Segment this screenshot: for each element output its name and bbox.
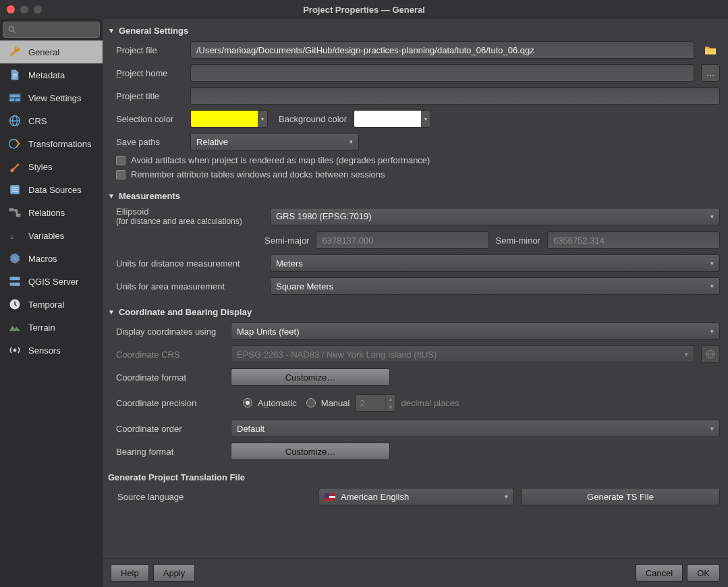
section-title: Measurements bbox=[119, 191, 180, 201]
clock-icon bbox=[7, 298, 23, 311]
distance-units-label: Units for distance measurement bbox=[116, 258, 263, 269]
dropdown-arrow-icon: ▾ bbox=[710, 425, 714, 432]
collapse-icon: ▼ bbox=[108, 27, 115, 34]
sidebar-item-label: Styles bbox=[28, 162, 52, 172]
selection-color-picker[interactable]: ▾ bbox=[190, 110, 268, 128]
help-button[interactable]: Help bbox=[111, 564, 149, 582]
dropdown-arrow-icon: ▾ bbox=[710, 260, 714, 267]
avoid-artifacts-checkbox[interactable] bbox=[116, 156, 125, 165]
sidebar-item-terrain[interactable]: Terrain bbox=[0, 316, 103, 339]
sidebar-nav: GeneralMetadataView SettingsCRSTransform… bbox=[0, 40, 103, 587]
close-window-icon[interactable] bbox=[7, 5, 15, 13]
svg-point-20 bbox=[13, 349, 16, 351]
titlebar: Project Properties — General bbox=[0, 0, 728, 19]
project-home-label: Project home bbox=[116, 68, 184, 78]
sidebar-item-view-settings[interactable]: View Settings bbox=[0, 86, 103, 109]
svg-text:ε: ε bbox=[11, 233, 14, 240]
dropdown-arrow-icon: ▾ bbox=[710, 283, 714, 289]
background-color-label: Background color bbox=[279, 114, 347, 124]
project-file-label: Project file bbox=[116, 45, 184, 55]
background-color-picker[interactable]: ▾ bbox=[354, 110, 431, 128]
maximize-window-icon[interactable] bbox=[34, 5, 42, 13]
sidebar-item-general[interactable]: General bbox=[0, 40, 103, 63]
precision-decimals-spinbox: ▲▼ bbox=[355, 394, 395, 412]
ellipsoid-sublabel: (for distance and area calculations) bbox=[116, 217, 263, 226]
sidebar-item-sensors[interactable]: Sensors bbox=[0, 339, 103, 362]
sidebar-item-label: Relations bbox=[28, 208, 65, 218]
browse-project-file-button[interactable] bbox=[701, 41, 720, 59]
save-paths-select[interactable]: Relative▾ bbox=[190, 133, 359, 150]
remember-tables-label: Remember attribute tables windows and do… bbox=[131, 169, 385, 179]
sidebar-item-label: Transformations bbox=[28, 139, 91, 149]
sidebar-item-variables[interactable]: εVariables bbox=[0, 224, 103, 247]
sidebar-item-qgis-server[interactable]: QGIS Server bbox=[0, 270, 103, 293]
dropdown-arrow-icon: ▾ bbox=[710, 213, 714, 220]
sidebar-item-label: Data Sources bbox=[28, 185, 82, 195]
coord-format-label: Coordinate format bbox=[116, 372, 224, 383]
precision-manual-radio[interactable] bbox=[306, 398, 316, 408]
terrain-icon bbox=[7, 320, 23, 334]
minimize-window-icon[interactable] bbox=[20, 5, 28, 13]
svg-rect-5 bbox=[16, 99, 20, 101]
sidebar: GeneralMetadataView SettingsCRSTransform… bbox=[0, 19, 103, 587]
ok-button[interactable]: OK bbox=[687, 564, 720, 582]
project-home-input[interactable] bbox=[190, 64, 694, 82]
project-file-input[interactable] bbox=[190, 41, 694, 59]
avoid-artifacts-label: Avoid artifacts when project is rendered… bbox=[131, 155, 430, 165]
dialog-button-bar: Help Apply Cancel OK bbox=[103, 558, 728, 587]
sidebar-item-metadata[interactable]: Metadata bbox=[0, 63, 103, 86]
background-color-swatch bbox=[354, 111, 421, 127]
semi-major-input bbox=[316, 231, 488, 249]
section-title: Coordinate and Bearing Display bbox=[119, 307, 252, 317]
folder-icon bbox=[704, 45, 717, 55]
distance-units-select[interactable]: Meters▾ bbox=[270, 254, 720, 272]
sidebar-item-transformations[interactable]: Transformations bbox=[0, 132, 103, 155]
sidebar-item-label: QGIS Server bbox=[28, 277, 78, 287]
source-language-label: Source language bbox=[116, 492, 312, 502]
section-coordinate-display[interactable]: ▼ Coordinate and Bearing Display bbox=[108, 304, 720, 320]
svg-point-0 bbox=[9, 26, 13, 31]
dropdown-arrow-icon: ▾ bbox=[258, 111, 267, 127]
area-units-label: Units for area measurement bbox=[116, 281, 263, 291]
sidebar-search[interactable] bbox=[3, 22, 100, 38]
collapse-icon: ▼ bbox=[108, 308, 115, 316]
generate-ts-file-button[interactable]: Generate TS File bbox=[521, 488, 720, 505]
sidebar-item-relations[interactable]: Relations bbox=[0, 201, 103, 224]
ellipsoid-label: Ellipsoid bbox=[116, 206, 263, 217]
remember-tables-checkbox[interactable] bbox=[116, 170, 125, 179]
bearing-format-customize-button[interactable]: Customize… bbox=[231, 443, 390, 460]
doc-icon bbox=[7, 68, 23, 82]
area-units-select[interactable]: Square Meters▾ bbox=[270, 277, 720, 295]
sidebar-item-styles[interactable]: Styles bbox=[0, 155, 103, 178]
apply-button[interactable]: Apply bbox=[153, 564, 196, 582]
globe-icon bbox=[7, 114, 23, 128]
globe-arrow-icon bbox=[7, 137, 23, 150]
section-measurements[interactable]: ▼ Measurements bbox=[108, 188, 720, 204]
main-panel: ▼ General Settings Project file Project … bbox=[103, 19, 728, 587]
bearing-format-label: Bearing format bbox=[116, 447, 224, 457]
browse-project-home-button[interactable]: … bbox=[701, 64, 720, 82]
section-title: General Settings bbox=[119, 26, 188, 36]
spin-down-icon: ▼ bbox=[385, 403, 395, 411]
sidebar-item-label: Macros bbox=[28, 254, 57, 264]
coord-precision-label: Coordinate precision bbox=[116, 398, 224, 408]
flag-us-icon bbox=[325, 493, 335, 501]
ellipsis-icon: … bbox=[706, 68, 715, 78]
precision-automatic-radio[interactable] bbox=[243, 398, 252, 408]
gear-icon bbox=[7, 252, 23, 265]
sidebar-item-macros[interactable]: Macros bbox=[0, 247, 103, 270]
sidebar-item-data-sources[interactable]: Data Sources bbox=[0, 178, 103, 201]
ellipsoid-select[interactable]: GRS 1980 (EPSG:7019)▾ bbox=[270, 208, 720, 225]
cancel-button[interactable]: Cancel bbox=[636, 564, 683, 582]
display-using-select[interactable]: Map Units (feet)▾ bbox=[231, 323, 720, 340]
sidebar-item-label: View Settings bbox=[28, 93, 82, 103]
project-title-input[interactable] bbox=[190, 87, 720, 105]
semi-minor-input bbox=[547, 231, 720, 249]
sidebar-item-temporal[interactable]: Temporal bbox=[0, 293, 103, 316]
section-general-settings[interactable]: ▼ General Settings bbox=[108, 23, 720, 38]
db-icon bbox=[7, 183, 23, 196]
coord-format-customize-button[interactable]: Customize… bbox=[231, 368, 390, 386]
sidebar-item-crs[interactable]: CRS bbox=[0, 109, 103, 132]
coord-order-select[interactable]: Default▾ bbox=[231, 420, 720, 437]
source-language-select[interactable]: American English ▾ bbox=[318, 488, 514, 505]
